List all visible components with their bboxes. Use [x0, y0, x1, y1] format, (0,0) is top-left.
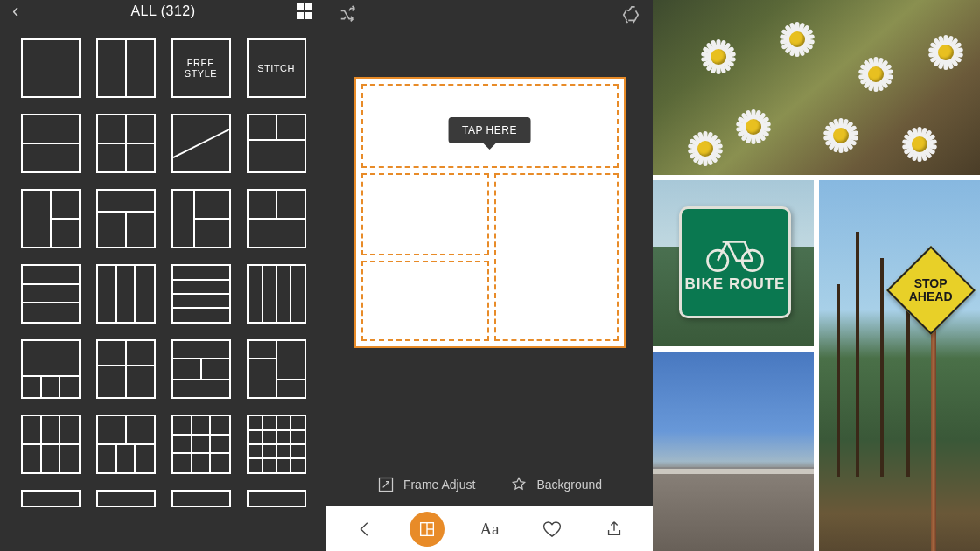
tab-favorite[interactable] [535, 512, 570, 547]
svg-line-4 [173, 129, 229, 157]
result-collage-panel: BIKE ROUTE STOP AHEAD [653, 0, 980, 551]
layout-4cols[interactable] [247, 264, 306, 324]
layout-5b[interactable] [96, 339, 156, 399]
bike-route-text: BIKE ROUTE [685, 276, 786, 293]
layout-2x2[interactable] [96, 114, 156, 173]
shuffle-icon[interactable] [339, 5, 358, 28]
frame-adjust-icon [377, 476, 395, 493]
layout-3b[interactable] [96, 189, 156, 248]
bottom-tab-bar: Aa [326, 506, 653, 551]
collage-photo-bike-sign: BIKE ROUTE [653, 180, 814, 346]
svg-point-58 [708, 250, 728, 270]
layout-3x3[interactable] [172, 415, 231, 474]
layout-grid: FREE STYLE STITCH [0, 23, 326, 549]
layout-stitch[interactable]: STITCH [247, 38, 306, 98]
layout-4x4[interactable] [247, 415, 306, 474]
layout-picker-panel: ‹ ALL (312) FREE STYLE STITCH [0, 0, 326, 551]
canvas-area: TAP HERE [326, 33, 653, 464]
layout-3a[interactable] [21, 189, 80, 248]
tap-here-tooltip: TAP HERE [448, 117, 531, 143]
bicycle-icon [704, 232, 766, 272]
background-label: Background [536, 478, 602, 492]
frame-adjust-label: Frame Adjust [403, 478, 475, 492]
photo-slot-2[interactable] [361, 173, 489, 255]
tab-back[interactable] [347, 512, 382, 547]
collage-photo-bridge [653, 352, 814, 551]
layout-1x1[interactable] [21, 38, 80, 98]
editor-panel: TAP HERE Frame Adjust Background Aa [326, 0, 653, 551]
photo-slot-4[interactable] [494, 173, 619, 341]
collage-canvas: TAP HERE [354, 77, 626, 348]
layout-3rows[interactable] [21, 264, 80, 324]
layout-split-v[interactable] [96, 38, 156, 98]
stop-ahead-text: STOP AHEAD [909, 277, 953, 304]
collage-photo-flowers [653, 0, 980, 175]
layout-header: ‹ ALL (312) [0, 0, 326, 23]
recycle-icon[interactable] [621, 5, 640, 28]
photo-slot-3[interactable] [361, 261, 489, 341]
layout-6a[interactable] [21, 415, 80, 474]
layout-3c[interactable] [172, 189, 231, 248]
layout-freestyle[interactable]: FREE STYLE [172, 38, 231, 98]
layout-r7b[interactable] [96, 490, 156, 507]
layout-t[interactable] [247, 114, 306, 173]
layout-r7c[interactable] [172, 490, 231, 507]
editor-header [326, 0, 653, 33]
back-icon[interactable]: ‹ [12, 0, 30, 23]
sign-pole [931, 320, 936, 551]
layout-diag[interactable] [172, 114, 231, 173]
layout-6b[interactable] [96, 415, 156, 474]
options-bar: Frame Adjust Background [326, 464, 653, 506]
layout-4rows[interactable] [172, 264, 231, 324]
layout-5a[interactable] [21, 339, 80, 399]
trees [819, 180, 980, 551]
layout-3cols[interactable] [96, 264, 156, 324]
layout-r7d[interactable] [247, 490, 306, 507]
layout-3d[interactable] [247, 189, 306, 248]
background-icon [510, 476, 528, 493]
layout-title: ALL (312) [30, 3, 297, 19]
bridge-rail [653, 467, 814, 474]
layout-5d[interactable] [247, 339, 306, 399]
bike-route-sign: BIKE ROUTE [679, 206, 791, 318]
tab-share[interactable] [597, 512, 632, 547]
frame-adjust-button[interactable]: Frame Adjust [377, 476, 475, 493]
tab-layout[interactable] [410, 512, 444, 547]
collage-photo-stop-sign: STOP AHEAD [819, 180, 980, 551]
layout-r7a[interactable] [21, 490, 80, 507]
grid-view-icon[interactable] [297, 3, 314, 19]
layout-5c[interactable] [172, 339, 231, 399]
tab-text[interactable]: Aa [472, 512, 507, 547]
background-button[interactable]: Background [510, 476, 602, 493]
layout-split-h[interactable] [21, 114, 80, 173]
